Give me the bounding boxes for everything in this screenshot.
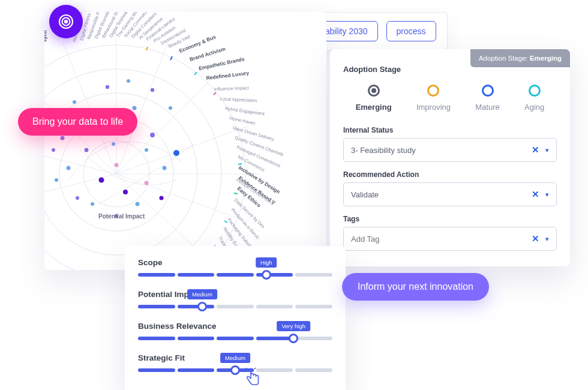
svg-point-34 bbox=[160, 196, 164, 200]
stage-emerging[interactable]: Emerging bbox=[356, 85, 392, 112]
svg-point-41 bbox=[73, 100, 76, 104]
svg-line-8 bbox=[116, 126, 248, 174]
tags-field: Tags ✕ ▾ bbox=[343, 215, 557, 251]
stage-mature[interactable]: Mature bbox=[475, 85, 499, 112]
slider-handle[interactable] bbox=[197, 302, 207, 311]
slider-handle[interactable] bbox=[289, 334, 298, 343]
svg-text:sych: sych bbox=[44, 30, 48, 42]
svg-point-40 bbox=[169, 106, 172, 110]
svg-line-82 bbox=[146, 47, 148, 50]
svg-line-87 bbox=[234, 193, 238, 194]
tag-pill[interactable]: process bbox=[386, 21, 436, 41]
slider-track[interactable]: Medium bbox=[138, 305, 332, 308]
slider-value-tag: Medium bbox=[187, 289, 217, 299]
svg-line-15 bbox=[44, 174, 116, 204]
stage-label: Mature bbox=[475, 103, 499, 112]
svg-text:Local Appreciation: Local Appreciation bbox=[220, 96, 257, 103]
slider-track[interactable]: High bbox=[138, 273, 332, 277]
svg-line-92 bbox=[245, 368, 247, 369]
svg-point-21 bbox=[67, 166, 71, 170]
svg-point-29 bbox=[52, 148, 55, 152]
svg-line-85 bbox=[214, 92, 216, 95]
adoption-stages-row: Emerging Improving Mature Aging bbox=[343, 85, 557, 112]
svg-text:Influencer Impact: Influencer Impact bbox=[214, 85, 250, 92]
field-label: Internal Status bbox=[343, 126, 557, 134]
callout-purple: Inform your next innovation bbox=[342, 273, 489, 301]
svg-line-86 bbox=[238, 164, 242, 164]
svg-point-91 bbox=[65, 20, 67, 23]
svg-text:Empathetic Brands: Empathetic Brands bbox=[198, 56, 245, 71]
clear-icon[interactable]: ✕ bbox=[532, 233, 539, 244]
stage-improving[interactable]: Improving bbox=[416, 85, 451, 112]
svg-point-20 bbox=[85, 148, 89, 152]
stage-label: Improving bbox=[416, 103, 451, 112]
radar-chart[interactable]: Human Optimization Digital Fitness Front… bbox=[44, 12, 326, 270]
stage-label: Emerging bbox=[356, 103, 392, 112]
svg-point-17 bbox=[133, 106, 137, 110]
clear-icon[interactable]: ✕ bbox=[532, 189, 539, 200]
svg-point-36 bbox=[145, 148, 148, 152]
svg-point-39 bbox=[151, 88, 154, 92]
slider-label: Potential Impact bbox=[138, 290, 332, 299]
svg-point-23 bbox=[123, 190, 128, 194]
slider-label: Scope bbox=[138, 258, 332, 267]
tags-input-box[interactable]: ✕ ▾ bbox=[343, 227, 557, 251]
svg-point-25 bbox=[163, 166, 167, 170]
field-label: Recommended Action bbox=[343, 170, 557, 179]
chevron-down-icon[interactable]: ▾ bbox=[545, 146, 549, 154]
slider-value-tag: High bbox=[256, 257, 277, 268]
callout-pink: Bring your data to life bbox=[18, 108, 137, 136]
svg-point-35 bbox=[112, 142, 115, 146]
stage-radio-icon bbox=[427, 85, 439, 97]
svg-point-38 bbox=[127, 79, 130, 83]
svg-point-24 bbox=[145, 181, 149, 185]
slider-scope: Scope High bbox=[138, 258, 332, 277]
internal-status-select[interactable]: 3- Feasibility study ✕ ▾ bbox=[343, 138, 557, 162]
spiral-logo-icon bbox=[57, 13, 75, 31]
svg-line-94 bbox=[254, 368, 256, 369]
svg-point-19 bbox=[173, 150, 179, 156]
stage-radio-icon bbox=[482, 85, 494, 97]
slider-handle[interactable] bbox=[262, 270, 271, 280]
svg-line-88 bbox=[224, 221, 227, 223]
stage-label: Aging bbox=[524, 103, 544, 112]
svg-line-14 bbox=[44, 144, 116, 174]
slider-handle[interactable] bbox=[230, 365, 240, 375]
svg-point-26 bbox=[115, 163, 119, 167]
internal-status-field: Internal Status 3- Feasibility study ✕ ▾ bbox=[343, 126, 557, 162]
stage-radio-icon bbox=[529, 85, 541, 97]
stage-radio-icon bbox=[368, 85, 380, 97]
svg-point-31 bbox=[136, 202, 140, 206]
slider-track[interactable]: Medium bbox=[138, 368, 332, 372]
chevron-down-icon[interactable]: ▾ bbox=[545, 191, 549, 199]
svg-point-18 bbox=[150, 133, 155, 137]
svg-point-32 bbox=[91, 202, 94, 206]
svg-point-3 bbox=[44, 69, 221, 270]
slider-strategic-fit: Strategic Fit Medium bbox=[138, 353, 332, 372]
svg-text:Redefined Luxury: Redefined Luxury bbox=[206, 70, 250, 81]
slider-business-relevance: Business Relevance Very high bbox=[138, 322, 332, 340]
field-label: Tags bbox=[343, 215, 557, 223]
field-value: 3- Feasibility study bbox=[351, 146, 416, 155]
svg-line-6 bbox=[116, 36, 170, 174]
svg-point-22 bbox=[99, 178, 104, 183]
tags-input[interactable] bbox=[351, 235, 490, 244]
slider-value-tag: Medium bbox=[220, 353, 250, 363]
slider-track[interactable]: Very high bbox=[138, 337, 332, 340]
radar-axis-label: Potential Impact bbox=[98, 213, 145, 220]
slider-value-tag: Very high bbox=[277, 321, 310, 331]
field-value: Validate bbox=[351, 190, 379, 199]
recommended-action-field: Recommended Action Validate ✕ ▾ bbox=[343, 170, 557, 206]
stage-aging[interactable]: Aging bbox=[524, 85, 544, 112]
chevron-down-icon[interactable]: ▾ bbox=[545, 235, 549, 243]
adoption-panel: Adoption Stage: Emerging Adoption Stage … bbox=[330, 49, 570, 266]
svg-point-43 bbox=[76, 196, 79, 200]
svg-point-27 bbox=[61, 136, 65, 140]
slider-potential-impact: Potential Impact Medium bbox=[138, 290, 332, 308]
clear-icon[interactable]: ✕ bbox=[532, 145, 539, 155]
radar-card: Human Optimization Digital Fitness Front… bbox=[44, 12, 326, 270]
recommended-action-select[interactable]: Validate ✕ ▾ bbox=[343, 182, 557, 206]
hand-cursor-icon bbox=[243, 368, 263, 388]
sliders-card: Scope High Potential Impact Medium Busin… bbox=[125, 246, 346, 390]
svg-point-37 bbox=[106, 85, 109, 89]
